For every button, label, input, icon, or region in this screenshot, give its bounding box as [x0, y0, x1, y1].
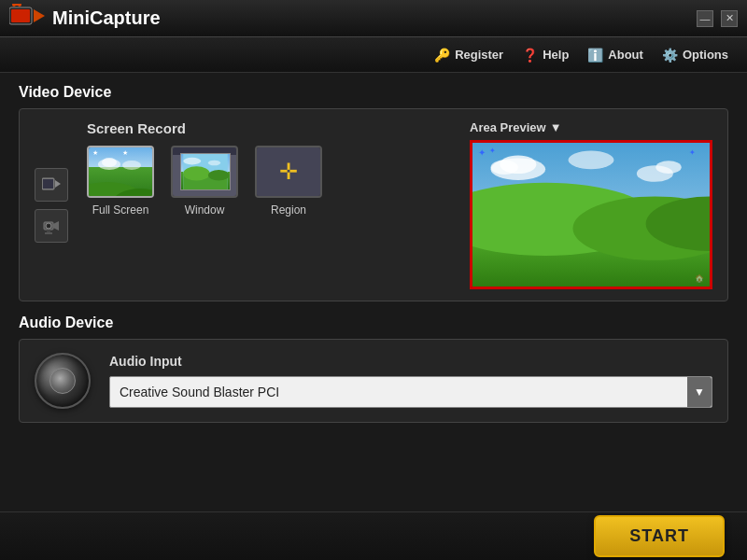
menu-options[interactable]: ⚙️ Options [662, 48, 728, 63]
menu-about[interactable]: ℹ️ About [587, 48, 643, 63]
svg-text:✦: ✦ [690, 148, 697, 157]
svg-point-25 [208, 161, 220, 166]
window-controls: — ✕ [697, 10, 738, 27]
capture-mode-fullscreen[interactable]: ★ ★ [87, 146, 154, 217]
svg-point-23 [208, 170, 230, 180]
video-device-icon[interactable] [35, 168, 68, 202]
svg-point-22 [183, 166, 210, 180]
title-bar: MiniCapture — ✕ [0, 0, 747, 37]
svg-point-29 [491, 160, 518, 175]
microphone-icon [35, 353, 91, 409]
app-title: MiniCapture [52, 7, 697, 29]
window-preview [173, 147, 236, 196]
microphone-inner [49, 368, 76, 394]
minimize-button[interactable]: — [697, 10, 713, 27]
menu-options-label: Options [683, 48, 728, 62]
menu-help[interactable]: ❓ Help [522, 48, 569, 63]
svg-text:✦: ✦ [489, 147, 496, 155]
svg-marker-8 [55, 180, 61, 188]
area-preview-header: Area Preview ▼ [470, 120, 712, 134]
region-preview: ✛ [257, 147, 320, 196]
svg-point-32 [655, 161, 681, 174]
fullscreen-label: Full Screen [92, 203, 149, 217]
audio-input-select[interactable]: Creative Sound Blaster PCI ▼ [109, 376, 712, 408]
preview-watermark: 🏠 [695, 274, 704, 283]
left-sidebar-icons [35, 120, 68, 289]
region-label: Region [271, 203, 306, 217]
svg-point-24 [183, 158, 201, 165]
audio-input-area: Audio Input Creative Sound Blaster PCI ▼ [109, 354, 712, 408]
crosshair-icon: ✛ [279, 159, 298, 185]
window-preview-inner [180, 153, 231, 190]
video-device-label: Video Device [19, 84, 728, 101]
area-preview-box: ✦ ✦ ✦ 🏠 [470, 140, 712, 289]
capture-mode-region[interactable]: ✛ Region [255, 146, 322, 217]
svg-rect-7 [43, 179, 53, 189]
screen-record-area: Screen Record ★ ★ [87, 120, 451, 289]
menu-help-label: Help [543, 48, 569, 62]
bottom-bar: START [0, 511, 747, 560]
audio-select-arrow: ▼ [687, 377, 712, 407]
help-icon: ❓ [522, 48, 538, 63]
window-icon-box [171, 146, 238, 198]
register-icon: 🔑 [434, 48, 450, 63]
about-icon: ℹ️ [587, 48, 603, 63]
svg-point-11 [48, 224, 50, 227]
webcam-icon[interactable] [35, 209, 68, 243]
menu-bar: 🔑 Register ❓ Help ℹ️ About ⚙️ Options [0, 37, 747, 73]
video-device-section: Screen Record ★ ★ [19, 108, 728, 301]
area-preview-dropdown[interactable]: ▼ [550, 120, 562, 134]
svg-rect-14 [45, 232, 52, 234]
audio-input-label: Audio Input [109, 354, 712, 369]
region-icon-box: ✛ [255, 146, 322, 198]
svg-rect-1 [11, 9, 30, 22]
svg-text:✦: ✦ [478, 147, 486, 158]
menu-about-label: About [608, 48, 643, 62]
area-preview-label: Area Preview [470, 120, 546, 134]
menu-register[interactable]: 🔑 Register [434, 48, 503, 63]
options-icon: ⚙️ [662, 48, 678, 63]
svg-point-30 [569, 151, 614, 170]
window-label: Window [185, 203, 225, 217]
screen-record-title: Screen Record [87, 120, 451, 136]
fullscreen-icon-box: ★ ★ [87, 146, 154, 198]
app-logo [9, 4, 45, 34]
main-content: Video Device [0, 73, 747, 434]
svg-marker-12 [53, 221, 59, 231]
close-button[interactable]: ✕ [721, 10, 738, 27]
start-button[interactable]: START [594, 515, 725, 557]
capture-modes: ★ ★ [87, 146, 451, 217]
capture-mode-window[interactable]: Window [171, 146, 238, 217]
area-preview-container: Area Preview ▼ [470, 120, 712, 289]
fullscreen-preview: ★ ★ [89, 147, 152, 196]
audio-device-selected: Creative Sound Blaster PCI [120, 385, 279, 399]
audio-device-label: Audio Device [19, 315, 728, 331]
menu-register-label: Register [455, 48, 503, 62]
audio-device-section: Audio Input Creative Sound Blaster PCI ▼ [19, 339, 728, 423]
svg-rect-5 [13, 4, 21, 6]
svg-rect-13 [47, 230, 50, 232]
svg-marker-2 [34, 9, 45, 22]
svg-point-16 [102, 158, 117, 167]
